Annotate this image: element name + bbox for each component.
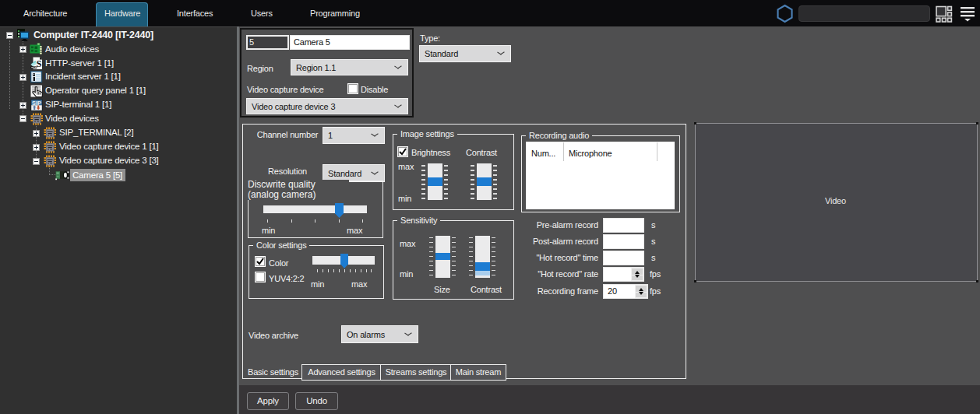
svg-text:SIP: SIP xyxy=(32,100,41,107)
svg-text:S: S xyxy=(37,58,42,69)
